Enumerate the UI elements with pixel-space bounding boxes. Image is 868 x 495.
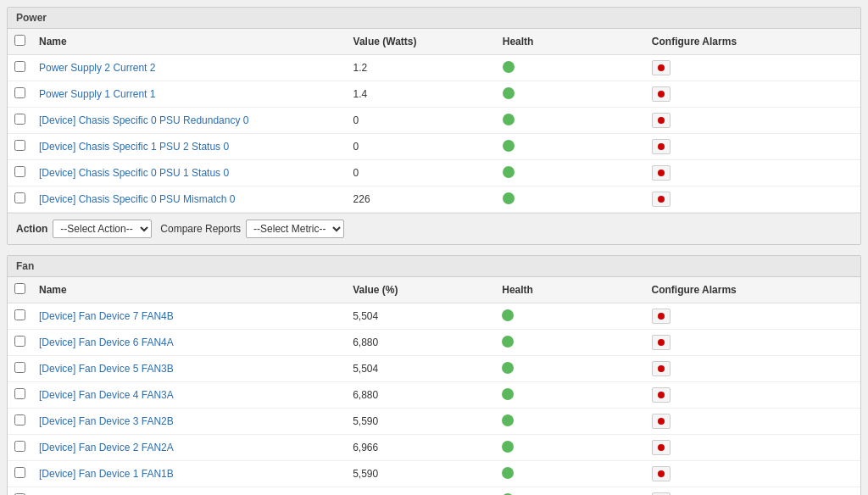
alarm-dot <box>658 196 665 203</box>
row-check[interactable] <box>14 87 25 98</box>
row-name[interactable]: Power Supply 1 Current 1 <box>32 81 347 108</box>
alarm-icon[interactable] <box>652 440 670 455</box>
row-checkbox[interactable] <box>8 134 32 160</box>
row-alarm[interactable] <box>645 409 861 435</box>
row-name[interactable]: [Device] Chasis Specific 1 PSU 2 Status … <box>32 134 347 160</box>
row-name[interactable]: [Device] Fan Device 0 FAN1A <box>32 487 346 496</box>
row-check[interactable] <box>14 441 25 452</box>
table-row: Power Supply 1 Current 1 1.4 <box>8 81 860 108</box>
row-health <box>496 160 645 186</box>
health-indicator <box>502 414 514 426</box>
row-check[interactable] <box>14 166 25 177</box>
table-row: [Device] Fan Device 6 FAN4A 6,880 <box>8 330 860 356</box>
row-checkbox[interactable] <box>8 160 32 186</box>
alarm-icon[interactable] <box>652 387 670 403</box>
alarm-icon[interactable] <box>652 60 670 75</box>
table-row: [Device] Fan Device 3 FAN2B 5,590 <box>8 409 860 435</box>
row-value: 5,504 <box>346 303 495 330</box>
alarm-icon[interactable] <box>652 139 670 154</box>
row-alarm[interactable] <box>645 55 860 81</box>
alarm-icon[interactable] <box>652 414 670 429</box>
row-alarm[interactable] <box>645 330 861 356</box>
row-name[interactable]: [Device] Chasis Specific 0 PSU Redundanc… <box>32 108 347 134</box>
row-alarm[interactable] <box>645 303 861 330</box>
row-check[interactable] <box>14 467 25 478</box>
alarm-dot <box>658 170 665 176</box>
alarm-dot <box>658 392 665 398</box>
power-table-header: Name Value (Watts) Health Configure Alar… <box>8 29 860 55</box>
row-health <box>496 81 645 108</box>
row-health <box>496 134 645 160</box>
alarm-icon[interactable] <box>652 361 670 376</box>
row-checkbox[interactable] <box>8 330 32 356</box>
fan-col-health: Health <box>495 277 644 303</box>
table-row: [Device] Chasis Specific 0 PSU 1 Status … <box>8 160 860 186</box>
power-col-value: Value (Watts) <box>347 29 496 55</box>
row-check[interactable] <box>14 362 25 373</box>
row-check[interactable] <box>14 309 25 320</box>
row-name[interactable]: Power Supply 2 Current 2 <box>32 55 347 81</box>
row-check[interactable] <box>14 61 25 72</box>
row-value: 5,590 <box>346 409 495 435</box>
row-alarm[interactable] <box>645 134 860 160</box>
row-health <box>495 356 644 382</box>
row-checkbox[interactable] <box>8 487 32 496</box>
row-alarm[interactable] <box>645 186 860 213</box>
row-checkbox[interactable] <box>8 461 32 487</box>
alarm-icon[interactable] <box>652 335 670 350</box>
table-row: [Device] Fan Device 1 FAN1B 5,590 <box>8 461 860 487</box>
row-check[interactable] <box>14 114 25 125</box>
row-alarm[interactable] <box>645 160 860 186</box>
power-select-all[interactable] <box>14 35 25 46</box>
row-checkbox[interactable] <box>8 303 32 330</box>
row-checkbox[interactable] <box>8 409 32 435</box>
power-col-alarm: Configure Alarms <box>645 29 860 55</box>
row-checkbox[interactable] <box>8 382 32 409</box>
row-value: 5,590 <box>346 461 495 487</box>
row-name[interactable]: [Device] Fan Device 7 FAN4B <box>32 303 346 330</box>
row-value: 0 <box>347 160 496 186</box>
row-alarm[interactable] <box>645 435 861 461</box>
row-name[interactable]: [Device] Fan Device 2 FAN2A <box>32 435 346 461</box>
power-select-action[interactable]: --Select Action-- <box>53 220 152 238</box>
row-alarm[interactable] <box>645 461 861 487</box>
row-alarm[interactable] <box>645 108 860 134</box>
row-name[interactable]: [Device] Chasis Specific 0 PSU 1 Status … <box>32 160 347 186</box>
row-check[interactable] <box>14 388 25 399</box>
row-check[interactable] <box>14 140 25 151</box>
row-checkbox[interactable] <box>8 81 32 108</box>
row-name[interactable]: [Device] Fan Device 4 FAN3A <box>32 382 346 409</box>
alarm-icon[interactable] <box>652 466 670 481</box>
row-alarm[interactable] <box>645 382 861 409</box>
row-check[interactable] <box>14 414 25 425</box>
alarm-icon[interactable] <box>652 309 670 324</box>
health-indicator <box>503 140 515 152</box>
row-alarm[interactable] <box>645 356 861 382</box>
alarm-icon[interactable] <box>652 192 670 207</box>
row-checkbox[interactable] <box>8 435 32 461</box>
alarm-icon[interactable] <box>652 113 670 128</box>
row-name[interactable]: [Device] Fan Device 6 FAN4A <box>32 330 346 356</box>
row-check[interactable] <box>14 192 25 203</box>
row-alarm[interactable] <box>645 81 860 108</box>
row-checkbox[interactable] <box>8 108 32 134</box>
row-health <box>495 330 644 356</box>
row-name[interactable]: [Device] Fan Device 5 FAN3B <box>32 356 346 382</box>
alarm-icon[interactable] <box>652 165 670 181</box>
row-name[interactable]: [Device] Fan Device 3 FAN2B <box>32 409 346 435</box>
row-name[interactable]: [Device] Chasis Specific 0 PSU Mismatch … <box>32 186 347 213</box>
row-checkbox[interactable] <box>8 356 32 382</box>
row-value: 6,880 <box>346 382 495 409</box>
row-checkbox[interactable] <box>8 55 32 81</box>
alarm-icon[interactable] <box>652 86 670 102</box>
table-row: [Device] Fan Device 2 FAN2A 6,966 <box>8 435 860 461</box>
alarm-dot <box>658 444 665 451</box>
row-alarm[interactable] <box>645 487 861 496</box>
fan-table: Name Value (%) Health Configure Alarms [… <box>8 277 860 495</box>
row-check[interactable] <box>14 336 25 347</box>
row-name[interactable]: [Device] Fan Device 1 FAN1B <box>32 461 346 487</box>
fan-select-all[interactable] <box>14 283 25 294</box>
row-checkbox[interactable] <box>8 186 32 213</box>
power-action-bar: Action --Select Action-- Compare Reports… <box>8 213 860 244</box>
power-select-metric[interactable]: --Select Metric-- <box>246 220 344 238</box>
